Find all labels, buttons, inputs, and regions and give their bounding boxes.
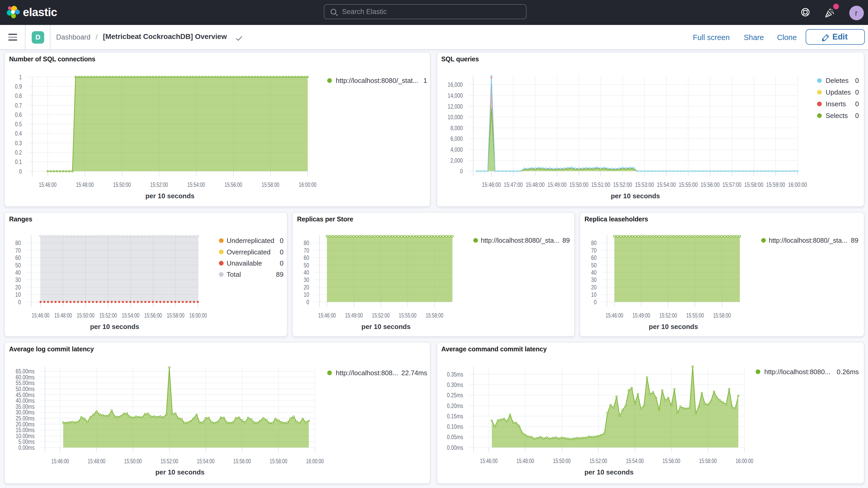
svg-text:0.30ms: 0.30ms [447,381,463,388]
svg-text:Deletes: Deletes [826,77,848,85]
svg-text:15:48:00: 15:48:00 [525,181,545,188]
svg-text:0.9: 0.9 [15,83,22,90]
svg-text:80: 80 [591,239,596,246]
svg-text:15:54:00: 15:54:00 [187,181,205,188]
svg-text:20: 20 [591,284,596,291]
svg-text:15:58:00: 15:58:00 [167,312,185,319]
svg-text:0: 0 [18,299,21,306]
svg-text:16:00:00: 16:00:00 [788,181,807,188]
svg-text:15:46:00: 15:46:00 [52,458,69,465]
svg-text:http://localhost:8080/_stat...: http://localhost:8080/_stat... [336,77,418,85]
svg-text:15:47:00: 15:47:00 [504,181,523,188]
svg-text:15:50:00: 15:50:00 [77,312,94,319]
svg-text:70: 70 [304,247,309,254]
svg-text:70: 70 [591,247,596,254]
svg-text:15:56:00: 15:56:00 [144,312,162,319]
svg-text:0: 0 [855,88,859,96]
svg-text:0.8: 0.8 [15,92,22,99]
svg-text:10,000: 10,000 [447,114,463,121]
svg-text:0: 0 [280,237,283,245]
svg-text:15:51:00: 15:51:00 [591,181,610,188]
svg-text:16:00:00: 16:00:00 [306,458,324,465]
svg-text:15:46:00: 15:46:00 [606,312,623,319]
svg-text:6,000: 6,000 [450,135,463,142]
svg-text:0: 0 [460,167,463,175]
svg-text:16,000: 16,000 [447,81,463,88]
svg-text:http://localhost:8080...: http://localhost:8080... [764,368,830,376]
svg-text:15:49:00: 15:49:00 [547,181,566,188]
svg-text:15:52:00: 15:52:00 [589,457,607,464]
svg-text:Selects: Selects [826,112,847,120]
svg-text:Inserts: Inserts [826,100,846,108]
svg-text:15:52:00: 15:52:00 [150,181,168,188]
svg-text:15:52:00: 15:52:00 [659,312,677,319]
svg-text:0.3: 0.3 [15,140,22,147]
svg-text:per 10 seconds: per 10 seconds [145,192,194,200]
svg-text:15:58:00: 15:58:00 [270,458,287,465]
svg-text:14,000: 14,000 [447,92,463,99]
svg-text:15:56:00: 15:56:00 [234,458,251,465]
svg-text:50: 50 [304,262,309,269]
svg-text:30: 30 [16,276,21,283]
svg-text:15:46:00: 15:46:00 [39,181,57,188]
svg-text:20: 20 [16,284,21,291]
svg-text:89: 89 [562,237,570,244]
svg-text:15:57:00: 15:57:00 [722,181,741,188]
svg-text:0.6: 0.6 [15,111,22,118]
svg-text:16:00:00: 16:00:00 [735,457,753,464]
svg-text:15:54:00: 15:54:00 [197,458,215,465]
svg-text:15:56:00: 15:56:00 [662,457,680,464]
svg-text:40: 40 [16,269,21,276]
svg-text:15:54:00: 15:54:00 [626,457,644,464]
svg-text:30: 30 [304,276,309,283]
svg-text:0.00ms: 0.00ms [447,444,463,451]
svg-text:0: 0 [19,168,22,175]
svg-text:per 10 seconds: per 10 seconds [611,192,659,200]
svg-text:50: 50 [16,262,21,269]
svg-text:80: 80 [304,239,309,246]
svg-text:15:54:00: 15:54:00 [122,312,139,319]
svg-text:per 10 seconds: per 10 seconds [90,323,139,331]
svg-text:22.74ms: 22.74ms [401,369,427,377]
svg-text:15:58:00: 15:58:00 [713,312,731,319]
svg-text:15:46:00: 15:46:00 [318,312,336,319]
svg-text:0.35ms: 0.35ms [447,371,463,378]
svg-text:0: 0 [280,248,283,256]
svg-text:http://localhost:8080/_sta...: http://localhost:8080/_sta... [481,237,559,244]
svg-text:0: 0 [855,112,859,120]
svg-text:0: 0 [594,299,597,306]
svg-text:70: 70 [16,247,21,254]
svg-text:15:55:00: 15:55:00 [399,312,416,319]
svg-text:15:58:00: 15:58:00 [262,181,279,188]
svg-text:20: 20 [304,284,309,291]
svg-text:0.2: 0.2 [15,149,22,156]
svg-text:15:58:00: 15:58:00 [426,312,443,319]
svg-text:0.20ms: 0.20ms [447,402,463,409]
svg-text:per 10 seconds: per 10 seconds [155,468,205,476]
svg-text:15:56:00: 15:56:00 [701,181,719,188]
svg-text:0.10ms: 0.10ms [447,423,463,430]
svg-text:15:59:00: 15:59:00 [766,181,785,188]
svg-text:0: 0 [855,77,859,85]
svg-text:Overreplicated: Overreplicated [227,248,271,256]
svg-text:12,000: 12,000 [447,103,463,110]
svg-text:60: 60 [591,254,596,261]
svg-text:2,000: 2,000 [450,157,463,164]
svg-text:15:48:00: 15:48:00 [76,181,94,188]
svg-text:0.15ms: 0.15ms [447,413,463,420]
svg-text:1: 1 [423,77,427,85]
svg-text:per 10 seconds: per 10 seconds [649,323,698,331]
svg-text:15:50:00: 15:50:00 [553,457,570,464]
svg-text:0.5: 0.5 [15,121,22,128]
svg-text:Unavailable: Unavailable [227,259,262,267]
svg-text:http://localhost:808...: http://localhost:808... [336,369,398,377]
svg-text:40: 40 [591,269,596,276]
svg-text:16:00:00: 16:00:00 [299,181,316,188]
svg-text:15:58:00: 15:58:00 [744,181,763,188]
svg-text:15:55:00: 15:55:00 [686,312,704,319]
svg-text:15:46:00: 15:46:00 [32,312,50,319]
svg-text:15:50:00: 15:50:00 [124,458,142,465]
svg-text:80: 80 [16,239,21,246]
svg-text:15:48:00: 15:48:00 [88,458,105,465]
svg-text:15:54:00: 15:54:00 [657,181,676,188]
